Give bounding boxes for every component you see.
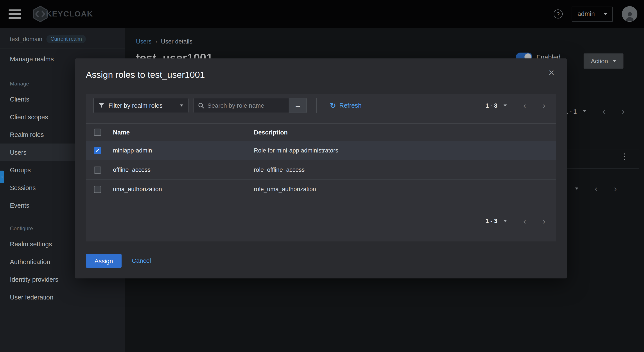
- modal-pagination-top-range-button[interactable]: 1 - 3: [485, 102, 507, 109]
- modal-pagination-bottom: 1 - 3 ‹ ›: [485, 212, 545, 230]
- search-input[interactable]: [207, 102, 284, 109]
- search-submit-button[interactable]: →: [289, 98, 307, 113]
- role-name: miniapp-admin: [113, 147, 254, 154]
- role-row[interactable]: uma_authorization role_uma_authorization: [86, 180, 556, 199]
- header-checkbox-cell: [86, 129, 113, 136]
- role-checkbox-cell: [86, 186, 113, 193]
- refresh-button[interactable]: ↻ Refresh: [330, 98, 362, 113]
- filter-icon: [98, 103, 104, 108]
- role-name: uma_authorization: [113, 186, 254, 193]
- cancel-button[interactable]: Cancel: [132, 257, 151, 264]
- filter-dropdown[interactable]: Filter by realm roles: [93, 98, 188, 113]
- assign-button[interactable]: Assign: [86, 254, 122, 268]
- modal-pagination-bottom-prev-button[interactable]: ‹: [523, 217, 526, 225]
- role-checkbox[interactable]: [94, 166, 101, 173]
- column-header-description: Description: [254, 129, 556, 136]
- screen: KEYCLOAK ? admin test_domain Current rea…: [0, 0, 644, 352]
- modal-pagination-bottom-next-button[interactable]: ›: [543, 217, 546, 225]
- column-header-name: Name: [113, 129, 254, 136]
- toolbar-divider: [316, 98, 316, 113]
- search-group: →: [194, 98, 307, 113]
- role-checkbox[interactable]: [94, 147, 101, 154]
- role-name: offline_access: [113, 166, 254, 173]
- modal-pagination-top-next-button[interactable]: ›: [543, 101, 546, 110]
- modal-pagination-top-range: 1 - 3: [485, 102, 497, 109]
- caret-down-icon: [504, 104, 507, 106]
- refresh-icon: ↻: [330, 101, 336, 110]
- role-description: role_uma_authorization: [254, 186, 556, 193]
- arrow-right-icon: →: [294, 101, 301, 109]
- role-description: role_offline_access: [254, 166, 556, 173]
- filter-dropdown-label: Filter by realm roles: [108, 102, 162, 109]
- modal-pagination-top: 1 - 3 ‹ ›: [485, 98, 545, 113]
- role-checkbox[interactable]: [94, 186, 101, 193]
- role-row[interactable]: miniapp-admin Role for mini-app administ…: [86, 141, 556, 160]
- caret-down-icon: [504, 220, 507, 222]
- role-checkbox-cell: [86, 166, 113, 173]
- modal-pagination-bottom-range: 1 - 3: [485, 218, 497, 224]
- modal-pagination-top-prev-button[interactable]: ‹: [523, 101, 526, 110]
- assign-roles-modal: Assign roles to test_user1001 × Filter b…: [75, 58, 567, 278]
- modal-title: Assign roles to test_user1001: [86, 69, 205, 80]
- modal-pagination-bottom-range-button[interactable]: 1 - 3: [485, 218, 507, 224]
- search-input-wrap: [194, 98, 289, 113]
- role-row[interactable]: offline_access role_offline_access: [86, 160, 556, 180]
- role-description: Role for mini-app administrators: [254, 147, 556, 154]
- search-icon: [198, 102, 204, 109]
- roles-table-header: Name Description: [86, 123, 556, 141]
- role-checkbox-cell: [86, 147, 113, 154]
- close-icon[interactable]: ×: [548, 67, 554, 78]
- modal-body-panel: Filter by realm roles → ↻ Refres: [86, 94, 556, 242]
- refresh-label: Refresh: [339, 102, 362, 109]
- select-all-checkbox[interactable]: [94, 129, 101, 136]
- roles-table: Name Description miniapp-admin Role for …: [86, 123, 556, 199]
- caret-down-icon: [180, 104, 183, 106]
